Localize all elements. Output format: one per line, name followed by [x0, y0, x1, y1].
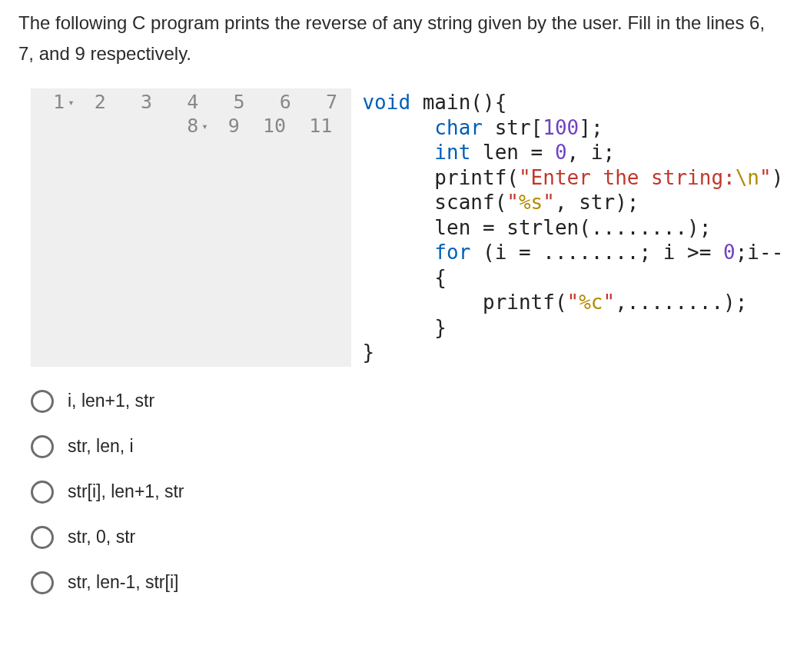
gutter-line: 9 — [217, 115, 251, 137]
gutter-line: 10 — [263, 115, 297, 137]
radio-icon[interactable] — [31, 526, 54, 549]
gutter-line: 3 — [129, 91, 164, 113]
radio-icon[interactable] — [31, 571, 54, 594]
gutter-line: 7 — [314, 91, 349, 113]
code-block: 1 2 3 4 5 6 7 8 9 10 11 void main(){ cha… — [31, 88, 769, 367]
option-label: str, len, i — [68, 436, 134, 457]
gutter-line: 8 — [175, 115, 205, 137]
radio-icon[interactable] — [31, 390, 54, 413]
radio-icon[interactable] — [31, 435, 54, 458]
option-label: i, len+1, str — [68, 391, 154, 411]
gutter-line: 2 — [83, 91, 118, 113]
option-label: str[i], len+1, str — [68, 481, 184, 502]
option-2[interactable]: str[i], len+1, str — [31, 481, 769, 504]
question-container: The following C program prints the rever… — [0, 0, 787, 635]
gutter-line: 6 — [268, 91, 303, 113]
gutter-line: 11 — [309, 115, 344, 137]
code-gutter: 1 2 3 4 5 6 7 8 9 10 11 — [31, 88, 351, 367]
code-content: void main(){ char str[100]; int len = 0,… — [351, 88, 787, 367]
option-4[interactable]: str, len-1, str[i] — [31, 571, 769, 594]
radio-icon[interactable] — [31, 481, 54, 504]
option-label: str, len-1, str[i] — [68, 572, 178, 593]
gutter-line: 4 — [175, 91, 210, 113]
option-3[interactable]: str, 0, str — [31, 526, 769, 549]
gutter-line: 5 — [221, 91, 256, 113]
gutter-line: 1 — [42, 91, 71, 113]
option-1[interactable]: str, len, i — [31, 435, 769, 458]
option-0[interactable]: i, len+1, str — [31, 390, 769, 413]
question-text: The following C program prints the rever… — [18, 8, 769, 68]
option-label: str, 0, str — [68, 527, 135, 547]
options-group: i, len+1, str str, len, i str[i], len+1,… — [31, 390, 769, 594]
